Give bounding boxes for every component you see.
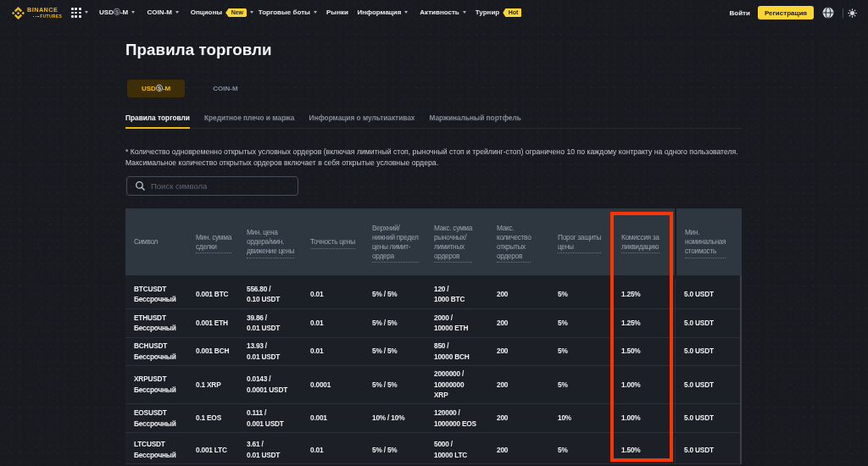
trading-rules-table: СимволМин. суммасделкиМин. ценаордера/ми… — [125, 208, 742, 464]
table-row-2[interactable]: ETHUSDTБессрочный0.001 ETH39.86 /0.01 US… — [125, 309, 740, 338]
cell-r5-c5: 10% / 10% — [364, 413, 426, 424]
table-header-row: СимволМин. суммасделкиМин. ценаордера/ми… — [125, 208, 742, 275]
nav-item-5[interactable]: Рынки — [326, 8, 348, 16]
column-header-label: Мин.номинальнаястоимость — [685, 228, 726, 256]
column-header-6[interactable]: Макс. суммарыночных/лимитныхордеров — [426, 224, 488, 261]
cell-r4-c1: XRPUSDTБессрочный — [125, 374, 187, 395]
cell-r3-c2: 0.001 BCH — [187, 346, 238, 357]
column-header-1: Символ — [125, 237, 187, 247]
section-tab-4[interactable]: Маржинальный портфель — [429, 108, 520, 129]
note-line-2: Максимальное количество открытых ордеров… — [125, 158, 738, 169]
column-header-label: Верхний/нижний пределцены лимит-ордера — [372, 224, 419, 261]
market-tab-1[interactable]: USDⓈ-M — [127, 80, 185, 97]
cell-r6-c5: 5% / 5% — [364, 445, 426, 456]
column-header-label: Макс.количествооткрытыхордеров — [497, 224, 531, 261]
cell-r1-c8: 5% — [549, 289, 613, 300]
language-button[interactable] — [822, 7, 834, 19]
table-row-5[interactable]: EOSUSDTБессрочный0.1 EOS0.111 /0.001 USD… — [125, 404, 740, 433]
cell-r6-c4: 0.01 — [302, 445, 364, 456]
table-row-3[interactable]: BCHUSDTБессрочный0.001 BCH13.93 /0.01 US… — [125, 338, 740, 366]
column-header-9[interactable]: Комиссия заликвидацию — [613, 233, 675, 252]
nav-item-label: COIN-M — [147, 8, 172, 16]
cell-r1-c5: 5% / 5% — [364, 289, 426, 300]
nav-item-8[interactable]: ТурнирHot — [476, 8, 522, 18]
column-header-label: Комиссия заликвидацию — [621, 233, 659, 252]
login-button[interactable]: Войти — [730, 9, 750, 17]
cell-r1-c9: 1.25% — [613, 289, 675, 300]
cell-r1-c6: 120 /1000 BTC — [426, 284, 488, 305]
table-body: BTCUSDTБессрочный0.001 BTC556.80 /0.10 U… — [125, 275, 742, 464]
cell-r6-c6: 5000 /10000 LTC — [426, 439, 488, 460]
column-header-10[interactable]: Мин.номинальнаястоимость — [675, 208, 741, 275]
register-button[interactable]: Регистрация — [758, 6, 814, 19]
cell-r2-c8: 5% — [549, 318, 613, 329]
cell-r3-c7: 200 — [488, 346, 549, 357]
logo-dots — [33, 16, 39, 17]
cell-r2-c2: 0.001 ETH — [187, 318, 238, 329]
cell-r4-c8: 5% — [549, 380, 613, 391]
nav-divider — [843, 8, 843, 18]
cell-r5-c8: 10% — [549, 413, 613, 424]
cell-r2-c9: 1.25% — [613, 318, 675, 329]
nav-item-label: Рынки — [326, 8, 348, 16]
nav-item-1[interactable]: USDⓈ-M — [99, 8, 135, 17]
nav-item-6[interactable]: Информация — [357, 8, 408, 16]
logo-binance-text: BINANCE — [27, 7, 58, 13]
cell-r1-c3: 556.80 /0.10 USDT — [238, 284, 302, 305]
trading-rules-note: * Количество одновременно открытых услов… — [125, 147, 738, 169]
cell-r5-c3: 0.111 /0.001 USDT — [238, 408, 302, 429]
cell-r4-c4: 0.0001 — [302, 380, 364, 391]
cell-r3-c8: 5% — [549, 346, 613, 357]
section-tab-2[interactable]: Кредитное плечо и маржа — [204, 108, 295, 129]
cell-r3-c3: 13.93 /0.01 USDT — [238, 341, 302, 362]
nav-right: Войти Регистрация — [730, 6, 857, 19]
cell-r5-c1: EOSUSDTБессрочный — [125, 408, 187, 429]
column-header-2[interactable]: Мин. суммасделки — [187, 233, 238, 252]
table-row-4[interactable]: XRPUSDTБессрочный0.1 XRP0.0143 /0.0001 U… — [125, 366, 740, 405]
cell-r3-c5: 5% / 5% — [364, 346, 426, 357]
cell-r2-c1: ETHUSDTБессрочный — [125, 313, 187, 334]
grid-icon — [71, 8, 81, 18]
cell-r6-c9: 1.50% — [613, 445, 675, 456]
column-header-8[interactable]: Порог защитыцены — [549, 233, 613, 252]
section-tab-1[interactable]: Правила торговли — [125, 108, 190, 129]
nav-item-3[interactable]: ОпционыNew — [191, 8, 253, 18]
cell-r2-c4: 0.01 — [302, 318, 364, 329]
cell-r4-c3: 0.0143 /0.0001 USDT — [238, 374, 302, 395]
chevron-down-icon — [314, 11, 317, 14]
table-row-6[interactable]: LTCUSDTБессрочный0.001 LTC3.61 /0.01 USD… — [125, 433, 740, 464]
column-header-label: Порог защитыцены — [558, 233, 601, 252]
nav-item-label: USDⓈ-M — [99, 8, 128, 17]
cell-r2-c3: 39.86 /0.01 USDT — [238, 313, 302, 334]
theme-toggle-button[interactable] — [848, 8, 857, 18]
cell-r5-c7: 200 — [488, 413, 549, 424]
column-header-7[interactable]: Макс.количествооткрытыхордеров — [488, 224, 549, 261]
cell-r3-c10: 5.0 USDT — [675, 338, 741, 365]
nav-item-4[interactable]: Торговые боты — [259, 8, 317, 16]
chevron-down-icon — [463, 11, 466, 14]
cell-r4-c6: 2000000 /10000000XRP — [426, 369, 488, 401]
section-tab-3[interactable]: Информация о мультиактивах — [309, 108, 415, 129]
nav-item-label: Активность — [420, 8, 459, 16]
cell-r2-c6: 2000 /10000 ETH — [426, 313, 488, 334]
cell-r6-c1: LTCUSDTБессрочный — [125, 439, 187, 460]
cell-r1-c7: 200 — [488, 289, 549, 300]
column-header-5[interactable]: Верхний/нижний пределцены лимит-ордера — [364, 224, 426, 261]
nav-item-label: Турнир — [476, 8, 499, 16]
nav-item-7[interactable]: Активность — [420, 8, 465, 16]
nav-badge-hot: Hot — [503, 8, 521, 18]
section-tabs: Правила торговлиКредитное плечо и маржаИ… — [125, 108, 742, 129]
search-input[interactable] — [151, 181, 290, 191]
table-row-1[interactable]: BTCUSDTБессрочный0.001 BTC556.80 /0.10 U… — [125, 275, 740, 309]
chevron-down-icon — [85, 11, 88, 14]
column-header-label: Мин. суммасделки — [196, 233, 231, 252]
binance-futures-logo[interactable]: BINANCE FUTURES — [12, 7, 62, 19]
cell-r5-c6: 120000 /1000000 EOS — [426, 408, 488, 429]
cell-r4-c9: 1.00% — [613, 380, 675, 391]
column-header-4[interactable]: Точность цены — [302, 237, 364, 247]
nav-item-2[interactable]: COIN-M — [147, 8, 179, 16]
market-tab-2[interactable]: COIN-M — [198, 80, 252, 97]
apps-grid-menu[interactable] — [71, 8, 88, 18]
cell-r4-c7: 200 — [488, 380, 549, 391]
column-header-3[interactable]: Мин. ценаордера/мин.движение цены — [238, 228, 302, 256]
